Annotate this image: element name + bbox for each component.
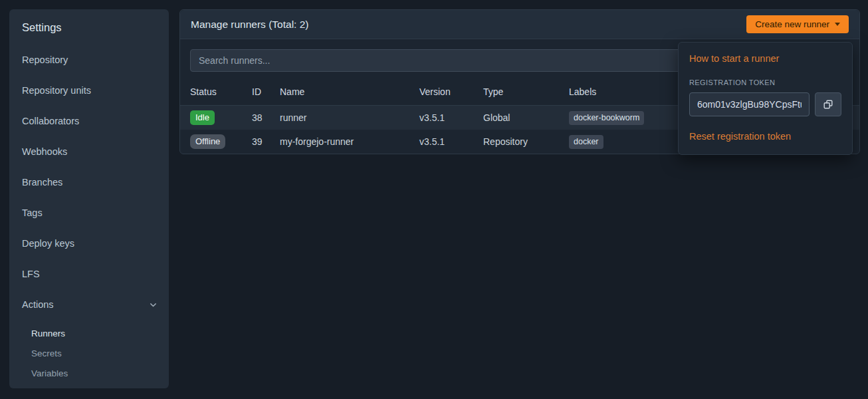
panel-header: Manage runners (Total: 2) Create new run… xyxy=(180,10,859,39)
label-chip: docker xyxy=(569,135,603,149)
sidebar-item-branches[interactable]: Branches xyxy=(9,167,169,198)
create-new-runner-label: Create new runner xyxy=(755,19,829,29)
sidebar-item-label: Collaborators xyxy=(22,114,79,128)
column-header-type: Type xyxy=(477,83,562,106)
sidebar-item-label: LFS xyxy=(22,267,40,281)
sidebar-subitem-secrets[interactable]: Secrets xyxy=(9,344,169,364)
how-to-start-runner-link[interactable]: How to start a runner xyxy=(689,53,779,64)
token-row xyxy=(689,92,841,116)
cell-version: v3.5.1 xyxy=(413,106,477,130)
column-header-version: Version xyxy=(413,83,477,106)
sidebar-item-repository-units[interactable]: Repository units xyxy=(9,75,169,106)
copy-token-button[interactable] xyxy=(815,92,841,116)
sidebar-title: Settings xyxy=(9,13,169,42)
sidebar-item-webhooks[interactable]: Webhooks xyxy=(9,136,169,167)
sidebar-subitem-runners[interactable]: Runners xyxy=(9,324,169,344)
sidebar-item-collaborators[interactable]: Collaborators xyxy=(9,106,169,136)
sidebar-item-label: Tags xyxy=(22,206,43,219)
chevron-down-icon xyxy=(149,301,158,309)
label-chip: docker-bookworm xyxy=(569,111,644,125)
registration-token-input[interactable] xyxy=(689,92,810,116)
sidebar-item-label: Webhooks xyxy=(22,145,67,158)
create-runner-dropdown: How to start a runner REGISTRATION TOKEN… xyxy=(678,42,853,155)
sidebar-item-deploy-keys[interactable]: Deploy keys xyxy=(9,228,169,259)
cell-type: Repository xyxy=(477,130,562,154)
copy-icon xyxy=(823,99,833,110)
panel-title: Manage runners (Total: 2) xyxy=(191,19,308,31)
cell-name: runner xyxy=(273,106,413,130)
sidebar-item-actions[interactable]: Actions xyxy=(9,289,169,320)
cell-name: my-forgejo-runner xyxy=(273,130,413,154)
actions-sub-list: RunnersSecretsVariables xyxy=(9,324,169,384)
sidebar-item-label: Deploy keys xyxy=(22,237,74,250)
sidebar-item-tags[interactable]: Tags xyxy=(9,198,169,228)
sidebar-item-label: Repository units xyxy=(22,84,91,97)
cell-id: 38 xyxy=(245,106,273,130)
sidebar-item-label: Repository xyxy=(22,53,68,66)
sidebar-nav: RepositoryRepository unitsCollaboratorsW… xyxy=(9,45,169,384)
column-header-id: ID xyxy=(245,83,273,106)
sidebar-item-lfs[interactable]: LFS xyxy=(9,259,169,289)
sidebar-item-label: Branches xyxy=(22,176,62,189)
chevron-down-icon xyxy=(835,23,840,26)
settings-sidebar: Settings RepositoryRepository unitsColla… xyxy=(9,9,169,388)
status-badge: Offline xyxy=(190,134,225,149)
sidebar-subitem-variables[interactable]: Variables xyxy=(9,364,169,384)
column-header-status: Status xyxy=(180,83,245,106)
sidebar-item-label: Actions xyxy=(22,298,54,311)
status-badge: Idle xyxy=(190,110,215,125)
sidebar-item-repository[interactable]: Repository xyxy=(9,45,169,75)
registration-token-label: REGISTRATION TOKEN xyxy=(689,78,841,86)
create-new-runner-button[interactable]: Create new runner xyxy=(746,15,849,33)
cell-id: 39 xyxy=(245,130,273,154)
cell-type: Global xyxy=(477,106,562,130)
cell-version: v3.5.1 xyxy=(413,130,477,154)
column-header-name: Name xyxy=(273,83,413,106)
reset-registration-token-link[interactable]: Reset registration token xyxy=(689,131,791,142)
